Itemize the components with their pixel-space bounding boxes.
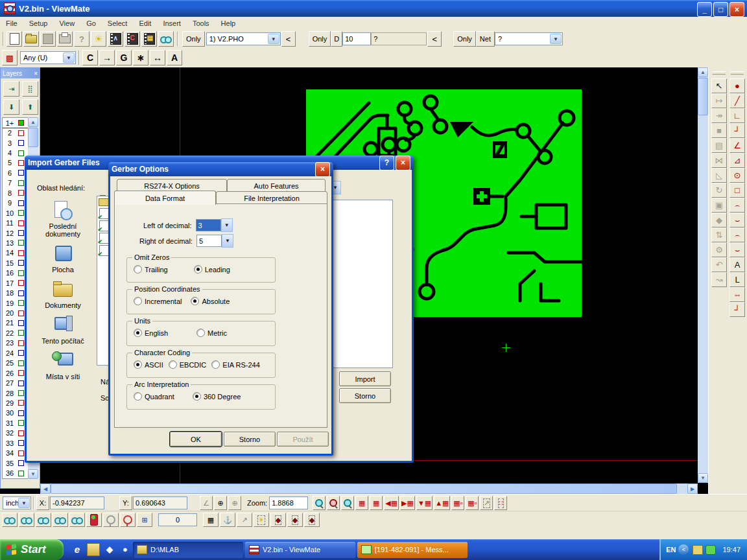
view-glasses4-icon[interactable] (53, 513, 68, 527)
toolbar-grip[interactable] (713, 71, 726, 75)
menu-item[interactable]: Insert (157, 18, 187, 29)
toolbar-grip[interactable] (731, 71, 744, 75)
radio-english[interactable]: English (134, 329, 168, 337)
start-button[interactable]: Start (0, 539, 64, 560)
layer-color-swatch[interactable] (18, 380, 24, 386)
menu-item[interactable]: File (0, 18, 23, 29)
layer-color-swatch[interactable] (18, 290, 24, 296)
radio-incremental[interactable]: Incremental (134, 297, 182, 305)
layer-color-swatch[interactable] (18, 370, 24, 376)
dcode-input[interactable]: 10 (342, 32, 371, 45)
scroll-left-icon[interactable]: ◀ (40, 484, 51, 494)
chevron-down-icon[interactable]: ▼ (18, 498, 30, 508)
help-icon[interactable]: ? (379, 156, 394, 170)
radio-leading[interactable]: Leading (194, 265, 230, 274)
layer-color-swatch[interactable] (18, 440, 24, 446)
stretch-box-icon[interactable]: ↗ (480, 496, 493, 510)
layer-move-down-icon[interactable]: ⬇ (3, 99, 19, 115)
draw-label-icon[interactable]: L (729, 272, 745, 287)
layer-color-swatch[interactable] (18, 280, 24, 286)
bulb-outline-icon[interactable] (120, 513, 136, 527)
grid-full-icon[interactable]: ▦ (355, 496, 368, 510)
layer-color-swatch[interactable] (18, 240, 24, 246)
menu-item[interactable]: Select (102, 18, 134, 29)
angle-icon[interactable]: ∠ (200, 496, 213, 510)
draw-arc2-icon[interactable]: ⌣ (729, 213, 745, 228)
film-measure-icon[interactable] (108, 31, 123, 47)
layer-color-swatch[interactable] (18, 340, 24, 346)
draw-line-icon[interactable]: ╱ (729, 93, 745, 108)
radio-trailing[interactable]: Trailing (134, 265, 168, 274)
draw-dimension-icon[interactable]: ⇔ (729, 287, 745, 302)
only-dcode-button[interactable]: Only (309, 31, 331, 47)
layer-color-swatch[interactable] (18, 160, 24, 166)
layer-color-swatch[interactable] (18, 430, 24, 436)
target-icon[interactable]: ⊕ (214, 496, 227, 510)
aperture-type-combo[interactable]: Any (U) ▼ (20, 51, 76, 64)
layer-color-swatch[interactable] (18, 360, 24, 366)
draw-arc4-icon[interactable]: ⌣ (729, 242, 745, 257)
copy-move-icon[interactable]: ↠ (711, 108, 727, 123)
draw-route-icon[interactable]: ┘ (729, 302, 745, 317)
chevron-down-icon[interactable]: ▼ (222, 234, 233, 248)
rotate-icon[interactable]: ↻ (711, 183, 727, 198)
layer-move-up-icon[interactable]: ⬆ (22, 99, 38, 115)
layer-color-swatch[interactable] (18, 300, 24, 306)
apply-button[interactable]: Použít (277, 432, 329, 447)
gerber-file-icon[interactable] (99, 220, 109, 231)
draw-rectangle-icon[interactable]: □ (729, 183, 745, 198)
folder-icon[interactable] (99, 198, 109, 206)
zoom-value-input[interactable]: 1.8868 (269, 496, 308, 509)
taskbar-task[interactable]: [191-482-091] - Mess... (357, 542, 468, 558)
vertical-scroll-thumb[interactable] (698, 78, 708, 115)
menu-item[interactable]: Go (80, 18, 102, 29)
close-icon[interactable]: × (315, 162, 330, 177)
arrow-right-tool-icon[interactable]: → (99, 50, 115, 65)
chevron-down-icon[interactable]: ▼ (550, 34, 562, 44)
chevron-down-icon[interactable]: ▼ (268, 34, 279, 44)
layer-row[interactable]: 36 (3, 468, 30, 478)
layer-color-swatch[interactable] (18, 220, 24, 226)
scroll-right-icon[interactable]: ▶ (687, 484, 698, 494)
layer-color-swatch[interactable] (18, 420, 24, 426)
layer-color-swatch[interactable] (18, 400, 24, 406)
tab-data-format[interactable]: Data Format (114, 191, 216, 205)
chevron-down-icon[interactable]: ▼ (221, 218, 233, 232)
draw-triangle-icon[interactable]: ⊿ (729, 153, 745, 168)
minimize-button[interactable]: _ (697, 2, 712, 17)
context-help-icon[interactable]: ? (74, 31, 89, 47)
ie-icon[interactable]: e (71, 543, 83, 555)
layer-color-swatch[interactable] (18, 260, 24, 266)
layer-color-swatch[interactable] (18, 250, 24, 256)
center-target-icon[interactable]: ⊕ (228, 496, 241, 510)
file-preview-list[interactable] (331, 200, 393, 368)
layer-color-swatch[interactable] (18, 270, 24, 276)
vertical-scrollbar[interactable]: ▲ ▼ (698, 67, 708, 483)
gerber-file-icon[interactable] (99, 208, 109, 219)
pad-diamond1-icon[interactable]: ◆ (270, 513, 286, 527)
clock[interactable]: 19:47 (722, 546, 741, 554)
pad-diamond2-icon[interactable]: ◆ (287, 513, 303, 527)
tray-collapse-icon[interactable]: < (678, 544, 689, 555)
place-item[interactable]: Dokumenty (32, 280, 94, 309)
place-item[interactable]: Tento počítač (32, 316, 94, 345)
view-glasses2-icon[interactable] (19, 513, 34, 527)
layer-color-swatch[interactable] (18, 350, 24, 356)
pad-diamond3-icon[interactable]: ◆ (304, 513, 320, 527)
menu-item[interactable]: Edit (133, 18, 157, 29)
snap-move-icon[interactable]: ⇅ (711, 228, 727, 242)
tab-file-interpretation[interactable]: File Interpretation (216, 191, 327, 205)
zoom-grid-icon[interactable] (327, 496, 340, 510)
only-net-button[interactable]: Only (453, 31, 476, 47)
draw-arc1-icon[interactable]: ⌢ (729, 198, 745, 213)
pan-right-icon[interactable]: ▶▦ (400, 496, 415, 510)
new-file-icon[interactable] (6, 31, 22, 47)
draw-text-icon[interactable]: A (729, 257, 745, 272)
radio-quadrant[interactable]: Quadrant (134, 392, 174, 401)
draw-arc3-icon[interactable]: ⌢ (729, 228, 745, 242)
scroll-up-icon[interactable]: ▲ (28, 117, 38, 127)
cancel-button[interactable]: Storno (339, 388, 391, 403)
net-combo[interactable]: ? ▼ (495, 32, 563, 45)
corners-icon[interactable]: ▣ (711, 198, 727, 213)
layer-scroll-thumb[interactable] (28, 128, 38, 147)
